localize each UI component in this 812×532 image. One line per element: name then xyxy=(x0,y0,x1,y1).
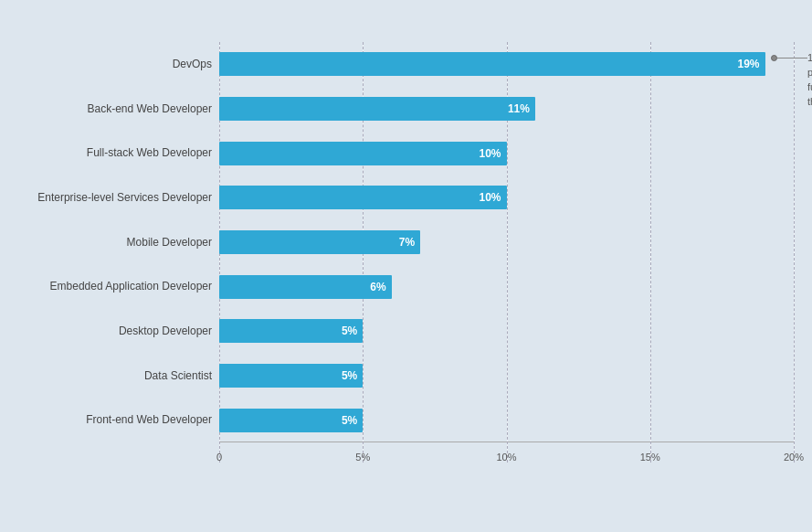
annotation-text: 19% of DevOps are planning to use Go in … xyxy=(807,52,812,107)
y-label: Back-end Web Developer xyxy=(18,90,219,127)
bar-value-label: 5% xyxy=(342,325,357,337)
bar: 7% xyxy=(219,230,420,254)
y-label: Data Scientist xyxy=(18,357,219,394)
bar-row: 11% xyxy=(219,92,794,125)
y-label: Enterprise-level Services Developer xyxy=(18,179,219,216)
bar-row: 5% xyxy=(219,404,794,437)
bar-value-label: 5% xyxy=(342,414,357,427)
y-label: Desktop Developer xyxy=(18,313,219,349)
bar-value-label: 11% xyxy=(508,102,530,115)
bar: 5% xyxy=(219,409,363,432)
bar: 10% xyxy=(219,186,507,209)
bar-row: 10% xyxy=(219,181,794,214)
bar-row: 7% xyxy=(219,226,794,259)
x-tick: 5% xyxy=(355,452,370,463)
bar-row: 19% xyxy=(219,48,794,80)
y-labels: DevOpsBack-end Web DeveloperFull-stack W… xyxy=(18,42,219,463)
bar: 11% xyxy=(219,97,535,121)
x-tick: 10% xyxy=(496,452,516,463)
bar: 19% xyxy=(219,52,765,76)
y-label: Full-stack Web Developer xyxy=(18,135,219,172)
bar-value-label: 10% xyxy=(479,147,501,160)
bar: 5% xyxy=(219,364,363,388)
bar: 6% xyxy=(219,275,392,299)
bar-value-label: 6% xyxy=(370,281,385,293)
bar-value-label: 10% xyxy=(479,191,501,204)
y-label: Mobile Developer xyxy=(18,224,219,261)
y-label: Embedded Application Developer xyxy=(18,269,219,305)
bar-row: 10% xyxy=(219,137,794,170)
grid-line xyxy=(794,42,795,463)
bar-value-label: 5% xyxy=(342,369,357,382)
plot-area: 19%11%10%10%7%6%5%5%5%05%10%15%20%19% of… xyxy=(219,42,794,463)
bar-value-label: 19% xyxy=(738,58,760,70)
bar-value-label: 7% xyxy=(399,236,415,249)
bar: 5% xyxy=(219,319,363,343)
x-axis: 05%10%15%20% xyxy=(219,442,794,463)
bar-row: 5% xyxy=(219,314,794,347)
x-tick: 15% xyxy=(640,452,660,463)
chart-area: DevOpsBack-end Web DeveloperFull-stack W… xyxy=(18,42,794,463)
x-tick: 20% xyxy=(784,452,804,463)
annotation: 19% of DevOps are planning to use Go in … xyxy=(807,51,812,110)
x-tick: 0 xyxy=(216,452,222,463)
y-label: DevOps xyxy=(18,46,219,82)
chart-container: DevOpsBack-end Web DeveloperFull-stack W… xyxy=(0,0,812,532)
bar-row: 6% xyxy=(219,271,794,303)
bar-row: 5% xyxy=(219,359,794,392)
bar: 10% xyxy=(219,142,507,165)
y-label: Front-end Web Developer xyxy=(18,402,219,439)
